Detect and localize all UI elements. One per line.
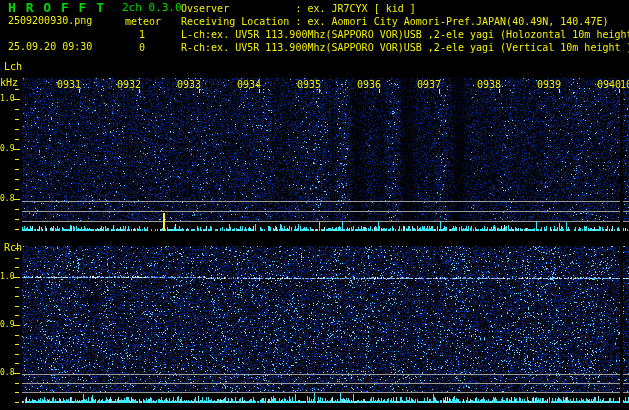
time-tick [379, 89, 380, 93]
freq-tick [15, 363, 19, 364]
freq-tick [15, 109, 19, 110]
freq-tick-label: 0.8 [0, 368, 13, 377]
freq-tick [15, 383, 19, 384]
freq-tick [15, 392, 19, 393]
app-title: H R O F F T [8, 1, 105, 15]
date-time: 25.09.20 09:30 [8, 41, 92, 52]
hrofft-window: H R O F F T 2ch 0.3.0 2509200930.png met… [0, 0, 629, 410]
freq-tick [15, 129, 19, 130]
freq-tick [15, 335, 19, 336]
time-tick [199, 89, 200, 93]
lch-receiver-line: L-ch:ex. UV5R 113.900Mhz(SAPPORO VOR)USB… [181, 28, 629, 41]
freq-tick [15, 169, 19, 170]
output-filename: 2509200930.png [8, 15, 92, 26]
time-label: 0940 [597, 79, 621, 90]
freq-tick [13, 277, 20, 278]
freq-tick [15, 402, 19, 403]
rch-axis-label: Rch [4, 242, 22, 253]
freq-tick [15, 248, 19, 249]
freq-tick [15, 229, 19, 230]
time-label: 0931 [57, 79, 81, 90]
freq-tick [15, 354, 19, 355]
freq-tick [15, 189, 19, 190]
time-label: 0932 [117, 79, 141, 90]
station-info: Ovserver : ex. JR7CYX [ kid ] Receiving … [181, 2, 629, 54]
time-tick [139, 89, 140, 93]
time-label: 0939 [537, 79, 561, 90]
time-tick [319, 89, 320, 93]
time-label: 0935 [297, 79, 321, 90]
time-label: 0934 [237, 79, 261, 90]
time-label: 0936 [357, 79, 381, 90]
freq-tick [15, 315, 19, 316]
freq-tick [15, 119, 19, 120]
freq-tick-label: 1.0 [0, 94, 13, 103]
time-tick [559, 89, 560, 93]
freq-tick-label: 0.8 [0, 194, 13, 203]
freq-tick [15, 296, 19, 297]
freq-tick [13, 149, 20, 150]
time-label: 0933 [177, 79, 201, 90]
meteor-count-lch: 1 [137, 29, 147, 40]
app-version: 2ch 0.3.0 [122, 2, 182, 14]
freq-tick [15, 306, 19, 307]
time-label-partial: 10 [620, 79, 629, 90]
location-line: Receiving Location : ex. Aomori City Aom… [181, 15, 629, 28]
lch-axis-label: Lch [4, 61, 22, 72]
freq-tick [15, 219, 19, 220]
time-label: 0938 [477, 79, 501, 90]
observer-line: Ovserver : ex. JR7CYX [ kid ] [181, 2, 629, 15]
spectrogram-canvas [0, 0, 629, 410]
freq-tick [13, 373, 20, 374]
freq-tick [15, 258, 19, 259]
time-label: 0937 [417, 79, 441, 90]
freq-tick [15, 179, 19, 180]
meteor-count-rch: 0 [137, 42, 147, 53]
freq-tick-label: 0.9 [0, 320, 13, 329]
freq-tick [13, 99, 20, 100]
meteor-mode-label: meteor [125, 16, 161, 27]
freq-tick [13, 199, 20, 200]
freq-tick [13, 325, 20, 326]
time-tick [499, 89, 500, 93]
freq-tick [15, 89, 19, 90]
freq-tick-label: 0.9 [0, 144, 13, 153]
khz-unit-label: kHz [0, 77, 18, 88]
freq-tick-label: 1.0 [0, 272, 13, 281]
freq-tick [15, 267, 19, 268]
freq-tick [15, 209, 19, 210]
freq-tick [15, 139, 19, 140]
rch-receiver-line: R-ch:ex. UV5R 113.900Mhz(SAPPORO VOR)USB… [181, 41, 629, 54]
freq-tick [15, 159, 19, 160]
time-tick [79, 89, 80, 93]
freq-tick [15, 344, 19, 345]
time-tick [259, 89, 260, 93]
freq-tick [15, 287, 19, 288]
time-tick [439, 89, 440, 93]
